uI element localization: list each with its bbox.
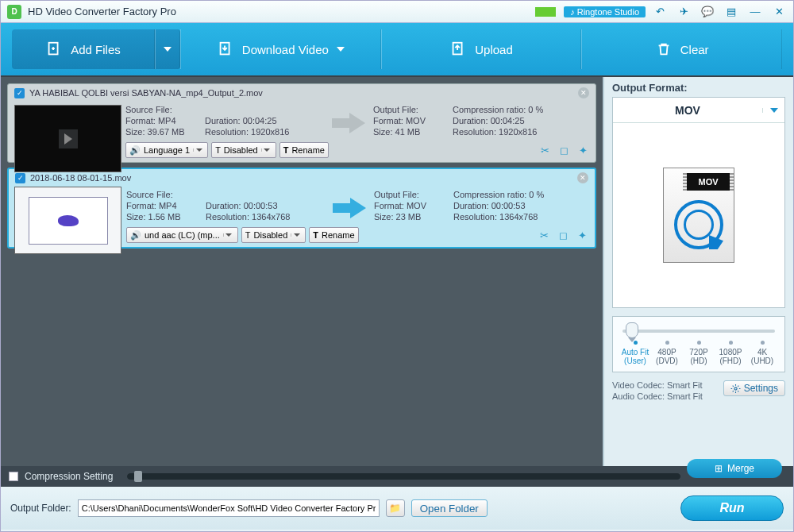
resolution-slider[interactable] — [622, 330, 775, 333]
reso-480p[interactable]: 480P(DVD) — [651, 341, 683, 365]
feedback-icon[interactable]: 💬 — [700, 5, 715, 19]
audio-codec-label: Audio Codec: Smart Fit — [612, 391, 719, 401]
new-badge-icon — [535, 7, 556, 17]
subtitle-select[interactable]: T Disabled — [211, 142, 276, 158]
file-list: ✓ YA HABIBAL QOLBI versi SABYAN-NA_mp4_O… — [1, 77, 603, 466]
upload-icon — [449, 40, 467, 58]
chevron-down-icon — [337, 47, 345, 52]
effects-icon[interactable]: ✂ — [538, 144, 551, 156]
close-icon[interactable]: ✕ — [771, 5, 787, 19]
settings-button[interactable]: Settings — [723, 380, 785, 396]
file-checkbox[interactable]: ✓ — [14, 88, 25, 98]
bottom-bar: Output Folder: 📁 Open Folder Run — [1, 487, 793, 530]
rename-button[interactable]: T Rename — [309, 227, 358, 243]
file-item[interactable]: ✓ YA HABIBAL QOLBI versi SABYAN-NA_mp4_O… — [7, 83, 596, 163]
file-name: 2018-06-18 08-01-15.mov — [30, 173, 131, 183]
download-video-button[interactable]: Download Video — [180, 29, 381, 69]
filter-icon[interactable]: ✦ — [576, 229, 588, 241]
mov-file-icon: MOV — [663, 168, 734, 263]
svg-point-3 — [734, 387, 737, 389]
gear-icon — [730, 384, 741, 394]
filter-icon[interactable]: ✦ — [576, 144, 589, 156]
status-bar: Compression Setting ⊞ Merge — [1, 466, 793, 487]
add-files-dropdown[interactable] — [155, 29, 180, 69]
arrow-right-icon — [330, 111, 367, 135]
open-folder-button[interactable]: Open Folder — [411, 499, 488, 517]
run-button[interactable]: Run — [680, 495, 784, 521]
slider-knob[interactable] — [626, 322, 638, 338]
video-thumbnail[interactable] — [14, 187, 121, 254]
subtitle-select[interactable]: T Disabled — [241, 227, 306, 243]
undo-icon[interactable]: ↶ — [652, 5, 668, 19]
reso-4k[interactable]: 4K(UHD) — [746, 341, 778, 365]
rename-button[interactable]: T Rename — [279, 142, 329, 158]
browse-folder-button[interactable]: 📁 — [386, 499, 405, 517]
output-folder-label: Output Folder: — [10, 503, 71, 514]
reso-720p[interactable]: 720P(HD) — [683, 341, 715, 365]
main-area: ✓ YA HABIBAL QOLBI versi SABYAN-NA_mp4_O… — [1, 75, 793, 466]
clear-label: Clear — [680, 43, 709, 56]
add-files-label: Add Files — [71, 43, 121, 56]
download-video-label: Download Video — [242, 43, 329, 56]
file-name: YA HABIBAL QOLBI versi SABYAN-NA_mp4_Out… — [29, 88, 263, 98]
compression-label: Compression Setting — [25, 471, 113, 482]
remove-file-icon[interactable]: ✕ — [578, 87, 589, 98]
output-panel: Output Format: MOV MOV Auto Fit(User) 48… — [603, 77, 793, 466]
minimize-icon[interactable]: — — [747, 5, 763, 19]
compression-slider[interactable] — [127, 473, 680, 480]
output-format-label: Output Format: — [612, 82, 785, 94]
language-select[interactable]: 🔊 Language 1 — [125, 142, 208, 158]
file-item[interactable]: ✓ 2018-06-18 08-01-15.mov ✕ Source File:… — [7, 168, 596, 249]
format-dropdown[interactable] — [762, 108, 784, 113]
play-icon — [59, 129, 78, 148]
language-select[interactable]: 🔊 und aac (LC) (mp... — [126, 227, 238, 243]
effects-icon[interactable]: ✂ — [538, 229, 550, 241]
ringtone-studio-button[interactable]: ♪ Ringtone Studio — [564, 6, 646, 17]
crop-icon[interactable]: ◻ — [557, 229, 569, 241]
trash-icon — [655, 40, 673, 58]
crop-icon[interactable]: ◻ — [557, 144, 570, 156]
chevron-down-icon — [164, 47, 172, 52]
remove-file-icon[interactable]: ✕ — [577, 172, 588, 183]
upload-label: Upload — [475, 43, 513, 56]
format-preview[interactable]: MOV — [613, 123, 784, 307]
app-icon: D — [7, 5, 21, 19]
quicktime-icon — [674, 200, 723, 249]
menu-icon[interactable]: ▤ — [723, 5, 739, 19]
add-files-button[interactable]: Add Files — [12, 29, 155, 69]
arrow-right-icon — [331, 196, 368, 220]
compression-checkbox[interactable] — [9, 472, 18, 481]
title-bar: D HD Video Converter Factory Pro ♪ Ringt… — [1, 1, 793, 23]
download-icon — [217, 40, 234, 58]
resolution-slider-box: Auto Fit(User) 480P(DVD) 720P(HD) 1080P(… — [612, 316, 785, 372]
video-codec-label: Video Codec: Smart Fit — [612, 380, 719, 390]
main-toolbar: Add Files Download Video Upload Clear — [1, 23, 793, 75]
format-name: MOV — [613, 104, 762, 117]
reso-autofit[interactable]: Auto Fit(User) — [619, 341, 651, 365]
slider-knob[interactable] — [134, 471, 142, 482]
output-folder-input[interactable] — [78, 499, 380, 517]
video-thumbnail[interactable] — [14, 105, 121, 172]
reso-1080p[interactable]: 1080P(FHD) — [715, 341, 746, 365]
clear-button[interactable]: Clear — [581, 29, 782, 69]
pin-icon[interactable]: ✈ — [676, 5, 692, 19]
upload-button[interactable]: Upload — [381, 29, 582, 69]
format-box: MOV MOV — [612, 97, 785, 308]
add-file-icon — [45, 40, 63, 58]
merge-button[interactable]: ⊞ Merge — [687, 459, 782, 478]
file-checkbox[interactable]: ✓ — [15, 173, 25, 183]
app-title: HD Video Converter Factory Pro — [28, 6, 529, 17]
